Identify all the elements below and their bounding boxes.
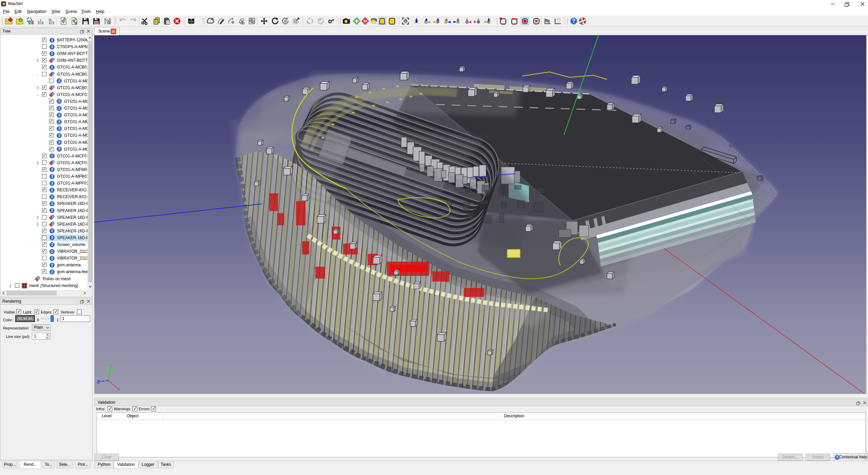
svg-text:3: 3 bbox=[52, 92, 54, 96]
svg-text:3: 3 bbox=[52, 215, 54, 218]
svg-text:3: 3 bbox=[52, 160, 54, 164]
svg-text:3: 3 bbox=[52, 72, 54, 75]
svg-text:3: 3 bbox=[52, 86, 54, 89]
svg-text:3: 3 bbox=[189, 20, 191, 23]
svg-text:?: ? bbox=[836, 455, 839, 459]
svg-text:y: y bbox=[112, 366, 114, 370]
svg-text:MaxSim: MaxSim bbox=[1, 5, 5, 6]
svg-text:3: 3 bbox=[52, 222, 54, 225]
svg-text:x: x bbox=[117, 386, 120, 391]
svg-text:N: N bbox=[37, 277, 39, 280]
svg-text:Z: Z bbox=[97, 379, 100, 384]
svg-text:?: ? bbox=[572, 18, 575, 24]
svg-text:D: D bbox=[192, 20, 194, 23]
svg-text:3: 3 bbox=[52, 58, 54, 61]
